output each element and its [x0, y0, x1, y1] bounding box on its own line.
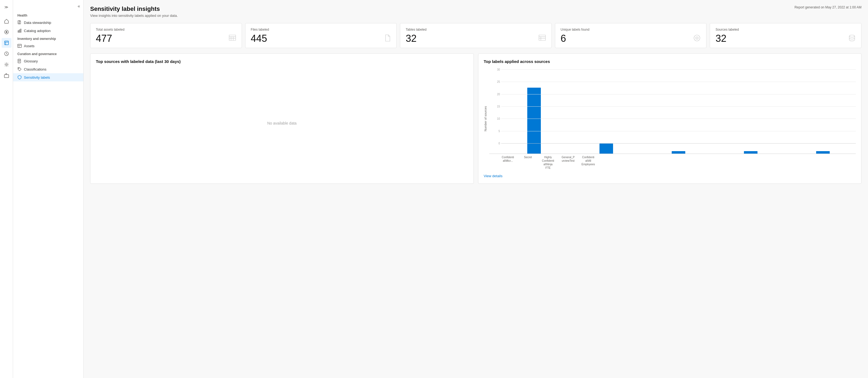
catalog-adoption-label: Catalog adoption — [24, 29, 51, 33]
insights-nav-icon[interactable] — [2, 49, 11, 59]
files-labeled-value: 445 — [251, 34, 269, 43]
svg-rect-10 — [18, 31, 19, 32]
x-label-general-purview: General_PurviewTest — [561, 156, 575, 169]
bar-chart-container: Number of sources 30 25 — [484, 68, 856, 178]
sidebar-collapse-button[interactable]: « — [13, 2, 83, 11]
page-subtitle: View insights into sensitivity labels ap… — [90, 13, 178, 18]
sources-labeled-value: 32 — [715, 34, 739, 43]
stat-card-sources-labeled: Sources labeled 32 — [710, 23, 862, 48]
view-details-link[interactable]: View details — [484, 174, 856, 178]
stat-card-tables-labeled: Tables labeled 32 — [400, 23, 552, 48]
top-labels-chart-card: Top labels applied across sources Number… — [478, 54, 862, 184]
x-label-confidential-all: Confidential\All Employees — [582, 156, 595, 169]
sidebar-section-curation: Curation and governance — [13, 50, 83, 57]
svg-rect-11 — [19, 30, 20, 32]
svg-rect-26 — [539, 35, 546, 40]
sources-labeled-label: Sources labeled — [715, 28, 739, 31]
top-sources-chart-title: Top sources with labeled data (last 30 d… — [96, 59, 468, 64]
page-header-left: Sensitivity label insights View insights… — [90, 5, 178, 18]
document-icon — [18, 20, 22, 25]
stat-card-files-labeled: Files labeled 445 — [245, 23, 397, 48]
y-axis-label: Number of sources — [484, 68, 487, 169]
no-data-message: No available data — [96, 68, 468, 178]
sidebar-item-classifications[interactable]: Classifications — [13, 65, 83, 73]
svg-rect-21 — [229, 35, 236, 40]
collapse-icon[interactable]: « — [76, 3, 81, 9]
sidebar-item-sensitivity-labels[interactable]: Sensitivity labels — [13, 73, 83, 82]
page-header: Sensitivity label insights View insights… — [90, 5, 862, 18]
sidebar: « Health Data stewardship Catalog adopti… — [13, 0, 84, 378]
grid-line-30: 30 — [496, 68, 856, 71]
svg-rect-12 — [20, 29, 21, 32]
bar-chart-area: 30 25 20 — [489, 68, 856, 169]
sidebar-item-data-stewardship[interactable]: Data stewardship — [13, 19, 83, 27]
bar-general-purview — [744, 151, 757, 154]
tables-labeled-icon — [538, 34, 546, 43]
sources-labeled-icon — [848, 34, 856, 43]
bars-container — [489, 77, 856, 154]
bar-group-confidential-micr — [501, 88, 567, 154]
report-generated-text: Report generated on May 27, 2022 at 1:00… — [795, 5, 862, 9]
bar-chart-inner: Number of sources 30 25 — [484, 68, 856, 169]
data-map-nav-icon[interactable] — [2, 27, 11, 37]
sidebar-item-glossary[interactable]: Glossary — [13, 57, 83, 65]
page-title: Sensitivity label insights — [90, 5, 178, 12]
management-nav-icon[interactable] — [2, 60, 11, 69]
main-content: Sensitivity label insights View insights… — [84, 0, 868, 378]
svg-rect-7 — [4, 75, 9, 77]
sensitivity-labels-label: Sensitivity labels — [24, 75, 50, 80]
svg-point-33 — [849, 35, 855, 37]
stats-row: Total assets labeled 477 Files labeled 4… — [90, 23, 862, 48]
sidebar-section-health: Health — [13, 11, 83, 19]
svg-rect-9 — [19, 21, 21, 24]
stat-card-total-assets: Total assets labeled 477 — [90, 23, 242, 48]
top-labels-chart-title: Top labels applied across sources — [484, 59, 856, 64]
unique-labels-icon — [693, 34, 701, 43]
tag-icon — [18, 67, 22, 71]
catalog-nav-icon[interactable] — [2, 38, 11, 48]
x-label-secret: Secret — [521, 156, 535, 169]
chart-icon — [18, 29, 22, 33]
svg-point-20 — [19, 68, 19, 69]
total-assets-icon — [228, 34, 236, 43]
tables-labeled-value: 32 — [406, 34, 427, 43]
bar-confidential-micr — [527, 88, 541, 154]
home-nav-icon[interactable] — [2, 16, 11, 26]
x-axis-labels: Confidential\Micr... Secret Highly Confi… — [489, 154, 856, 169]
total-assets-value: 477 — [96, 34, 124, 43]
collapse-nav-icon[interactable]: ≫ — [2, 2, 11, 12]
bar-secret — [599, 144, 613, 154]
total-assets-label: Total assets labeled — [96, 28, 124, 31]
glossary-label: Glossary — [24, 59, 38, 63]
data-stewardship-label: Data stewardship — [24, 21, 51, 25]
book-icon — [18, 59, 22, 63]
classifications-label: Classifications — [24, 67, 46, 71]
top-sources-chart-card: Top sources with labeled data (last 30 d… — [90, 54, 474, 184]
sidebar-item-catalog-adoption[interactable]: Catalog adoption — [13, 27, 83, 35]
bar-group-secret — [574, 144, 639, 154]
bar-highly-confidential — [672, 151, 685, 154]
assets-label: Assets — [24, 44, 34, 48]
briefcase-nav-icon[interactable] — [2, 70, 11, 80]
unique-labels-label: Unique labels found — [561, 28, 589, 31]
svg-rect-2 — [5, 41, 8, 45]
svg-point-1 — [6, 31, 7, 33]
sidebar-item-assets[interactable]: Assets — [13, 42, 83, 50]
x-label-highly-confidential: Highly Confidential\Ninja FTE — [541, 156, 555, 169]
stat-card-unique-labels: Unique labels found 6 — [555, 23, 707, 48]
tables-labeled-label: Tables labeled — [406, 28, 427, 31]
shield-icon — [18, 75, 22, 80]
table-icon — [18, 44, 22, 48]
files-labeled-icon — [384, 34, 391, 43]
svg-point-32 — [697, 38, 697, 38]
unique-labels-value: 6 — [561, 34, 589, 43]
bar-group-confidential-all — [790, 151, 856, 154]
svg-point-6 — [6, 64, 7, 65]
nav-icon-rail: ≫ — [0, 0, 13, 378]
svg-rect-13 — [18, 44, 22, 48]
bar-confidential-all — [816, 151, 830, 154]
bar-group-general-purview — [718, 151, 783, 154]
sidebar-section-inventory: Inventory and ownership — [13, 35, 83, 42]
charts-row: Top sources with labeled data (last 30 d… — [90, 54, 862, 184]
files-labeled-label: Files labeled — [251, 28, 269, 31]
